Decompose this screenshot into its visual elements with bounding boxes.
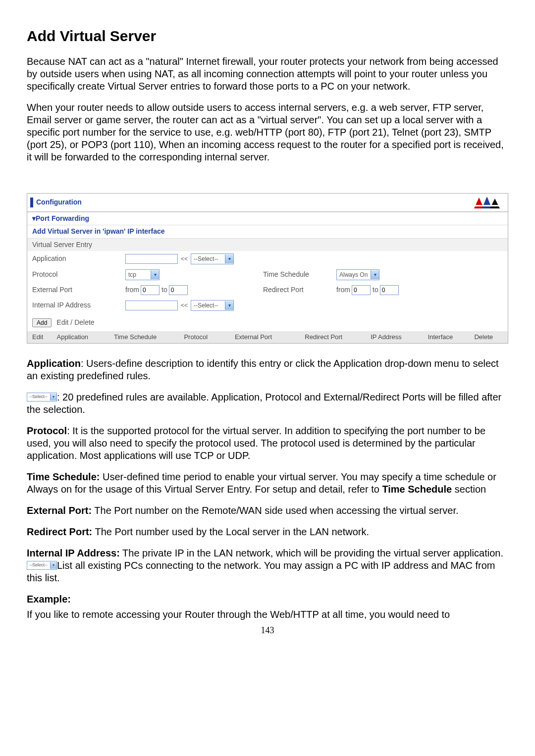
th-redirect-port: Redirect Port xyxy=(305,333,371,341)
example-label-text: Example: xyxy=(27,594,71,605)
row-application: Application << --Select-- ▾ xyxy=(27,251,508,267)
def-internal-ip: Internal IP Address: The private IP in t… xyxy=(27,547,508,584)
def-time-schedule-after: section xyxy=(452,484,486,495)
chevron-down-icon[interactable]: ▾ xyxy=(371,270,379,279)
red-from-label: from xyxy=(336,286,350,295)
panel-logo xyxy=(470,197,505,208)
def-protocol: Protocol: It is the supported protocol f… xyxy=(27,425,508,462)
svg-marker-0 xyxy=(474,198,484,208)
label-time-schedule: Time Schedule xyxy=(263,270,322,279)
def-internal-ip-label: Internal IP Address: xyxy=(27,548,120,558)
inline-select-text: --Select-- xyxy=(27,562,50,568)
def-internal-ip-text: The private IP in the LAN network, which… xyxy=(120,548,503,558)
def-time-schedule: Time Schedule: User-defined time period … xyxy=(27,471,508,496)
th-ip-address: IP Address xyxy=(371,333,428,341)
red-to-label: to xyxy=(373,286,378,295)
intro-para-2: When your router needs to allow outside … xyxy=(27,101,508,163)
ext-to-input[interactable] xyxy=(169,285,188,295)
label-application: Application xyxy=(32,254,111,263)
example-text: If you like to remote accessing your Rou… xyxy=(27,608,508,621)
def-external-port: External Port: The Port number on the Re… xyxy=(27,504,508,517)
svg-rect-3 xyxy=(470,205,505,206)
row-internal-ip: Internal IP Address << --Select-- ▾ xyxy=(27,298,508,313)
def-application-text: : Users-define description to identify t… xyxy=(27,358,499,381)
def-protocol-label: Protocol xyxy=(27,425,67,436)
application-select[interactable]: --Select-- ▾ xyxy=(191,253,234,264)
def-protocol-text: : It is the supported protocol for the v… xyxy=(27,425,485,461)
protocol-select[interactable]: tcp ▾ xyxy=(125,269,160,280)
th-application: Application xyxy=(57,333,114,341)
svg-marker-1 xyxy=(482,197,492,208)
ext-from-input[interactable] xyxy=(141,285,160,295)
example-label: Example: xyxy=(27,593,508,605)
panel-title: Configuration xyxy=(36,198,82,207)
ext-from-label: from xyxy=(125,286,139,295)
def-application-label: Application xyxy=(27,358,81,369)
def-time-schedule-label: Time Schedule: xyxy=(27,471,100,482)
inline-select-illustration: --Select-- ▾ xyxy=(27,561,57,570)
label-internal-ip: Internal IP Address xyxy=(32,301,111,310)
application-input[interactable] xyxy=(125,254,178,264)
chevron-down-icon[interactable]: ▾ xyxy=(151,270,159,279)
def-external-port-label: External Port: xyxy=(27,505,92,516)
intro-para-1: Because NAT can act as a "natural" Inter… xyxy=(27,55,508,93)
internal-ip-input[interactable] xyxy=(125,301,178,310)
internal-ip-select-text: --Select-- xyxy=(191,302,225,309)
edit-delete-label: Edit / Delete xyxy=(56,318,94,327)
th-delete: Delete xyxy=(474,333,503,341)
page-title: Add Virtual Server xyxy=(27,27,508,46)
ext-to-label: to xyxy=(161,286,167,295)
section-virtual-server-entry: Virtual Server Entry xyxy=(27,238,508,252)
def-redirect-port: Redirect Port: The Port number used by t… xyxy=(27,526,508,538)
config-panel: Configuration ▾Port Forwarding Add Virtu… xyxy=(27,193,508,344)
header-marker xyxy=(30,198,33,207)
chevron-down-icon: ▾ xyxy=(50,394,56,401)
arrow-icon: << xyxy=(181,302,188,309)
svg-marker-2 xyxy=(490,199,500,208)
chevron-down-icon: ▾ xyxy=(50,562,56,569)
time-schedule-select-text: Always On xyxy=(337,271,371,279)
time-schedule-select[interactable]: Always On ▾ xyxy=(336,269,379,280)
section-add-virtual-server: Add Virtual Server in 'ipwan' IP interfa… xyxy=(27,225,508,238)
label-external-port: External Port xyxy=(32,286,111,295)
th-interface: Interface xyxy=(428,333,475,341)
def-external-port-text: The Port number on the Remote/WAN side u… xyxy=(92,505,458,516)
def-redirect-port-text: The Port number used by the Local server… xyxy=(92,526,369,537)
def-internal-ip-after: List all existing PCs connecting to the … xyxy=(27,560,495,583)
chevron-down-icon[interactable]: ▾ xyxy=(225,301,233,310)
red-to-input[interactable] xyxy=(380,285,399,295)
chevron-down-icon[interactable]: ▾ xyxy=(225,254,233,263)
arrow-icon: << xyxy=(181,255,188,263)
section-port-forwarding[interactable]: ▾Port Forwarding xyxy=(27,212,508,225)
application-select-text: --Select-- xyxy=(191,255,225,263)
red-from-input[interactable] xyxy=(352,285,371,295)
def-redirect-port-label: Redirect Port: xyxy=(27,526,92,537)
def-time-schedule-link: Time Schedule xyxy=(382,484,452,495)
row-protocol-time: Protocol tcp ▾ Time Schedule Always On ▾ xyxy=(27,267,508,283)
panel-header: Configuration xyxy=(27,194,508,211)
inline-select-illustration: --Select-- ▾ xyxy=(27,393,57,402)
label-redirect-port: Redirect Port xyxy=(263,286,322,295)
button-row: Add Edit / Delete xyxy=(27,313,508,331)
row-ports: External Port from to Redirect Port from xyxy=(27,283,508,298)
page-number: 143 xyxy=(27,625,508,636)
protocol-select-text: tcp xyxy=(126,271,151,279)
th-protocol: Protocol xyxy=(184,333,234,341)
table-header: Edit Application Time Schedule Protocol … xyxy=(27,331,508,343)
label-protocol: Protocol xyxy=(32,270,111,279)
def-application: Application: Users-define description to… xyxy=(27,357,508,382)
def-select-note: --Select-- ▾ : 20 predefined rules are a… xyxy=(27,391,508,416)
inline-select-text: --Select-- xyxy=(27,394,50,400)
def-select-note-text: : 20 predefined rules are available. App… xyxy=(27,392,501,415)
th-external-port: External Port xyxy=(235,333,305,341)
th-edit: Edit xyxy=(32,333,57,341)
internal-ip-select[interactable]: --Select-- ▾ xyxy=(191,300,234,311)
th-time-schedule: Time Schedule xyxy=(114,333,184,341)
add-button[interactable]: Add xyxy=(32,318,52,327)
